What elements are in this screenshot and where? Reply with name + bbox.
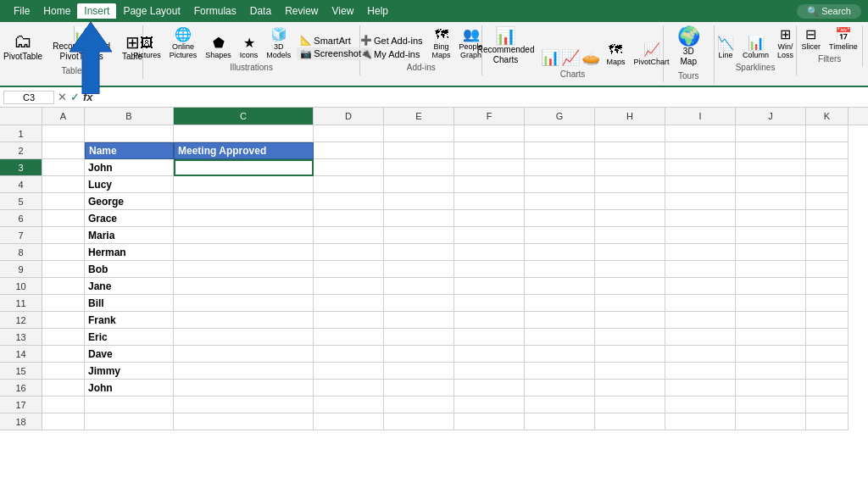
- cell-A4[interactable]: [42, 176, 85, 193]
- row-header-12[interactable]: 12: [0, 312, 42, 329]
- cell-I3[interactable]: [665, 159, 736, 176]
- cell-J16[interactable]: [736, 380, 806, 396]
- cell-D4[interactable]: [314, 176, 384, 193]
- cell-I9[interactable]: [665, 261, 736, 278]
- cell-H15[interactable]: [595, 363, 665, 380]
- row-header-18[interactable]: 18: [0, 413, 42, 430]
- cell-A18[interactable]: [42, 413, 85, 430]
- cell-F5[interactable]: [454, 193, 525, 210]
- pictures-button[interactable]: 🖼 Pictures: [131, 35, 164, 60]
- cell-I2[interactable]: [665, 142, 736, 159]
- cell-K1[interactable]: [806, 125, 849, 142]
- cell-I14[interactable]: [665, 346, 736, 363]
- cell-K5[interactable]: [806, 193, 849, 210]
- cell-D10[interactable]: [314, 278, 384, 295]
- cell-H6[interactable]: [595, 210, 665, 227]
- cell-I18[interactable]: [665, 413, 736, 430]
- cell-A3[interactable]: [42, 159, 85, 176]
- row-header-1[interactable]: 1: [0, 125, 42, 142]
- cell-B11[interactable]: Bill: [85, 295, 174, 312]
- menu-view[interactable]: View: [326, 3, 361, 19]
- cell-H5[interactable]: [595, 193, 665, 210]
- cell-D17[interactable]: [314, 396, 384, 413]
- cell-A17[interactable]: [42, 396, 85, 413]
- cell-F14[interactable]: [454, 346, 525, 363]
- cancel-formula-icon[interactable]: ✕: [58, 91, 67, 103]
- cell-K2[interactable]: [806, 142, 849, 159]
- online-pictures-button[interactable]: 🌐 OnlinePictures: [167, 25, 200, 60]
- cell-C1[interactable]: [174, 125, 314, 142]
- cell-K12[interactable]: [806, 312, 849, 329]
- cell-H9[interactable]: [595, 261, 665, 278]
- my-addins-button[interactable]: 🔌 My Add-ins: [357, 47, 426, 60]
- cell-K6[interactable]: [806, 210, 849, 227]
- cell-J14[interactable]: [736, 346, 806, 363]
- cell-E12[interactable]: [384, 312, 454, 329]
- menu-help[interactable]: Help: [360, 3, 395, 19]
- cell-E9[interactable]: [384, 261, 454, 278]
- cell-C13[interactable]: [174, 329, 314, 346]
- slicer-button[interactable]: ⊟ Slicer: [799, 25, 824, 52]
- row-header-16[interactable]: 16: [0, 380, 42, 396]
- cell-H11[interactable]: [595, 295, 665, 312]
- cell-F9[interactable]: [454, 261, 525, 278]
- cell-J8[interactable]: [736, 244, 806, 261]
- row-header-6[interactable]: 6: [0, 210, 42, 227]
- cell-D2[interactable]: [314, 142, 384, 159]
- cell-G8[interactable]: [525, 244, 595, 261]
- pie-chart-icon[interactable]: 🥧: [581, 48, 600, 67]
- cell-C2[interactable]: Meeting Approved: [174, 142, 314, 159]
- cell-E8[interactable]: [384, 244, 454, 261]
- line-sparkline-button[interactable]: 📉 Line: [715, 34, 737, 60]
- cell-B10[interactable]: Jane: [85, 278, 174, 295]
- cell-D8[interactable]: [314, 244, 384, 261]
- cell-C17[interactable]: [174, 396, 314, 413]
- cell-C5[interactable]: [174, 193, 314, 210]
- cell-C7[interactable]: [174, 227, 314, 244]
- cell-F1[interactable]: [454, 125, 525, 142]
- cell-F7[interactable]: [454, 227, 525, 244]
- row-header-2[interactable]: 2: [0, 142, 42, 159]
- cell-I7[interactable]: [665, 227, 736, 244]
- cell-A15[interactable]: [42, 363, 85, 380]
- cell-reference[interactable]: C3: [3, 91, 54, 104]
- cell-G7[interactable]: [525, 227, 595, 244]
- insert-function-icon[interactable]: fx: [83, 91, 93, 103]
- cell-G6[interactable]: [525, 210, 595, 227]
- cell-B3[interactable]: John: [85, 159, 174, 176]
- cell-H4[interactable]: [595, 176, 665, 193]
- cell-J3[interactable]: [736, 159, 806, 176]
- cell-H10[interactable]: [595, 278, 665, 295]
- row-header-14[interactable]: 14: [0, 346, 42, 363]
- cell-F16[interactable]: [454, 380, 525, 396]
- menu-data[interactable]: Data: [243, 3, 278, 19]
- bar-chart-icon[interactable]: 📊: [541, 48, 559, 67]
- cell-B7[interactable]: Maria: [85, 227, 174, 244]
- cell-D13[interactable]: [314, 329, 384, 346]
- col-header-B[interactable]: B: [85, 108, 174, 125]
- cell-J7[interactable]: [736, 227, 806, 244]
- cell-H12[interactable]: [595, 312, 665, 329]
- cell-D11[interactable]: [314, 295, 384, 312]
- cell-J17[interactable]: [736, 396, 806, 413]
- cell-K16[interactable]: [806, 380, 849, 396]
- search-box[interactable]: 🔍 Search: [797, 4, 861, 19]
- cell-E16[interactable]: [384, 380, 454, 396]
- cell-A8[interactable]: [42, 244, 85, 261]
- cell-B16[interactable]: John: [85, 380, 174, 396]
- row-header-13[interactable]: 13: [0, 329, 42, 346]
- cell-J15[interactable]: [736, 363, 806, 380]
- cell-F15[interactable]: [454, 363, 525, 380]
- menu-insert[interactable]: Insert: [77, 3, 116, 19]
- cell-G3[interactable]: [525, 159, 595, 176]
- cell-K18[interactable]: [806, 413, 849, 430]
- cell-H14[interactable]: [595, 346, 665, 363]
- cell-J9[interactable]: [736, 261, 806, 278]
- confirm-formula-icon[interactable]: ✓: [70, 91, 80, 103]
- cell-B9[interactable]: Bob: [85, 261, 174, 278]
- cell-B17[interactable]: [85, 396, 174, 413]
- cell-D14[interactable]: [314, 346, 384, 363]
- icons-button[interactable]: ★ Icons: [237, 34, 261, 60]
- cell-B18[interactable]: [85, 413, 174, 430]
- cell-D15[interactable]: [314, 363, 384, 380]
